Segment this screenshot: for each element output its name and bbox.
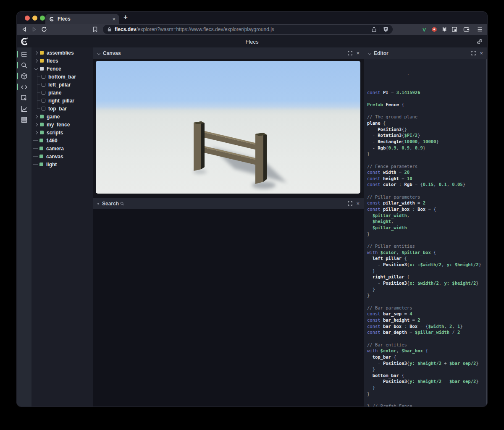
expand-arrow-icon[interactable]	[34, 115, 38, 118]
expand-arrow-icon[interactable]	[34, 59, 38, 62]
search-panel-title: Search	[102, 201, 345, 207]
traffic-light-minimize[interactable]	[32, 16, 37, 21]
close-icon[interactable]: ×	[356, 50, 360, 56]
reload-icon[interactable]	[40, 25, 48, 34]
wallet-icon[interactable]	[462, 25, 470, 34]
tree-item-plane[interactable]: plane	[32, 89, 93, 97]
tree-item-flecs[interactable]: flecs	[32, 57, 93, 65]
tree-item-label: canvas	[46, 154, 63, 160]
sidebar-code-editor-icon[interactable]	[17, 81, 32, 92]
tab-close-icon[interactable]: ×	[112, 16, 116, 22]
code-line: left_pillar {	[367, 255, 487, 262]
sidebar-entity-tree-icon[interactable]	[17, 49, 32, 60]
tree-item-bottom_bar[interactable]: bottom_bar	[32, 73, 93, 81]
sidebar-scene-cube-icon[interactable]	[17, 71, 32, 81]
tree-item-1460[interactable]: 1460	[32, 136, 93, 144]
canvas-panel-title: Canvas	[103, 50, 345, 56]
code-line: const bar_box : Box = {$width, 2, 1}	[367, 323, 487, 330]
extension-adblock-icon[interactable]	[430, 25, 438, 34]
expand-arrow-icon[interactable]	[34, 123, 38, 126]
code-line: - Position3{y: $height/2 - $bar_sep/2}	[367, 378, 487, 385]
tree-item-light[interactable]: light	[32, 160, 93, 168]
expand-arrow-icon[interactable]	[34, 66, 38, 70]
code-line: }	[367, 366, 487, 372]
forward-icon[interactable]	[30, 25, 38, 34]
tree-item-label: plane	[48, 90, 61, 96]
traffic-light-zoom[interactable]	[40, 16, 45, 21]
code-line: const PI = 3.1415926	[367, 89, 487, 96]
code-editor-area[interactable]: - . const PI = 3.1415926 Prefab Fence { …	[364, 59, 487, 406]
tree-item-Fence[interactable]: Fence	[32, 65, 93, 73]
code-line	[367, 336, 487, 342]
code-line: - Position3{x: -$width/2, y: $height/2}	[367, 262, 487, 268]
tree-item-right_pillar[interactable]: right_pillar	[32, 97, 93, 105]
fence-left-pillar	[194, 121, 205, 171]
code-line: }	[367, 231, 487, 237]
expand-arrow-icon[interactable]	[34, 51, 38, 54]
entity-square-icon	[39, 147, 43, 150]
close-icon[interactable]: ×	[356, 201, 360, 206]
tree-item-top_bar[interactable]: top_bar	[32, 105, 93, 113]
bullet-icon[interactable]	[97, 203, 99, 205]
entity-square-icon	[40, 123, 44, 126]
code-line: - Position3{y: $height/2 + $bar_sep/2}	[367, 360, 487, 367]
entity-square-icon	[42, 83, 45, 87]
traffic-light-close[interactable]	[25, 16, 30, 21]
entity-tree: assembliesflecsFencebottom_barleft_pilla…	[32, 47, 93, 168]
code-line: }	[367, 151, 487, 157]
entity-square-icon	[40, 131, 44, 134]
tab-title: Flecs	[58, 16, 112, 22]
search-panel-body[interactable]	[93, 209, 364, 406]
tree-item-camera[interactable]: camera	[32, 144, 93, 152]
code-line	[367, 157, 487, 163]
new-tab-button[interactable]: +	[123, 13, 128, 21]
extensions-puzzle-icon[interactable]	[440, 25, 449, 34]
entity-square-icon	[40, 51, 44, 55]
url-path: /explorer/?wasm=https://www.flecs.dev/ex…	[136, 26, 274, 32]
tree-item-canvas[interactable]: canvas	[32, 152, 93, 160]
tab-strip: Flecs × +	[17, 12, 487, 24]
tree-item-left_pillar[interactable]: left_pillar	[32, 81, 93, 89]
leaf-dash-icon	[33, 148, 38, 149]
scene-viewport[interactable]	[96, 61, 360, 194]
sidebar-logs-stack-icon[interactable]	[17, 114, 32, 125]
tree-item-label: right_pillar	[48, 98, 74, 104]
bookmark-icon[interactable]	[91, 25, 99, 34]
browser-tab[interactable]: Flecs ×	[45, 14, 119, 24]
chevron-down-icon[interactable]	[97, 51, 100, 55]
tree-item-label: camera	[46, 146, 64, 152]
tree-item-game[interactable]: game	[32, 113, 93, 121]
tree-item-my_fence[interactable]: my_fence	[32, 121, 93, 128]
extension-v-icon[interactable]: V	[420, 25, 428, 34]
fullscreen-icon[interactable]	[471, 51, 476, 55]
code-line: bottom_bar {	[367, 372, 487, 379]
sidebar-search-icon[interactable]	[17, 60, 32, 71]
fullscreen-icon[interactable]	[348, 201, 352, 206]
close-icon[interactable]: ×	[480, 50, 483, 56]
tree-item-scripts[interactable]: scripts	[32, 128, 93, 136]
share-icon[interactable]	[371, 26, 377, 32]
chevron-down-icon[interactable]	[368, 51, 371, 55]
icon-sidebar	[17, 47, 32, 406]
code-line	[367, 188, 487, 194]
menu-icon[interactable]	[475, 25, 484, 34]
browser-window: Flecs × + flecs.dev/explorer/?wasm=https…	[17, 12, 487, 406]
code-line: }	[367, 292, 487, 299]
sidebar-inspect-icon[interactable]	[17, 92, 32, 103]
fullscreen-icon[interactable]	[348, 51, 352, 55]
address-bar[interactable]: flecs.dev/explorer/?wasm=https://www.fle…	[103, 25, 393, 34]
expand-arrow-icon[interactable]	[34, 131, 38, 134]
code-line: const color : Rgb = {0.15, 0.1, 0.05}	[367, 181, 487, 188]
code-line	[367, 397, 487, 403]
back-icon[interactable]	[20, 25, 29, 34]
sidebar-stats-chart-icon[interactable]	[17, 103, 32, 114]
link-icon[interactable]	[476, 38, 483, 45]
sidebar-toggle-icon[interactable]	[450, 25, 459, 34]
code-line: - Rgb{0.9, 0.9, 0.9}	[367, 145, 487, 151]
editor-scrollbar[interactable]	[486, 59, 487, 406]
entity-square-icon	[40, 59, 44, 63]
brave-shield-icon[interactable]	[383, 26, 388, 32]
fence-right-pillar	[255, 133, 267, 184]
tree-item-label: my_fence	[47, 122, 70, 128]
tree-item-assemblies[interactable]: assemblies	[32, 49, 93, 57]
